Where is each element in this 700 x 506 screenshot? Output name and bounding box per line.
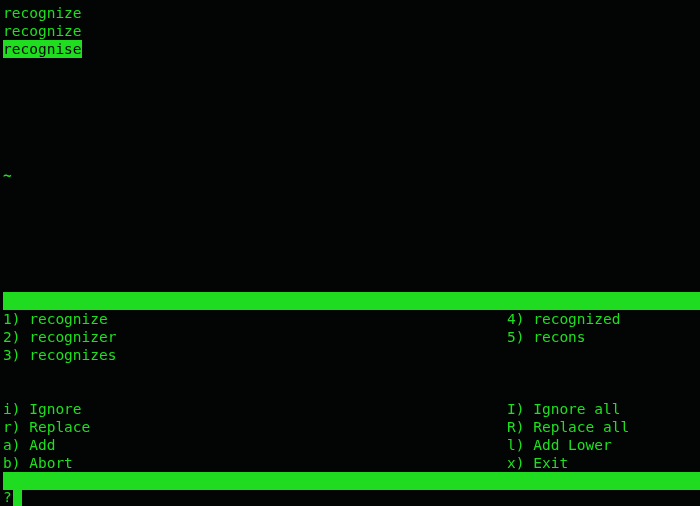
command-add[interactable]: a) Add [3, 436, 507, 454]
suggestions-menu: 1) recognize 4) recognized 2) recognizer… [3, 310, 700, 364]
command-abort[interactable]: b) Abort [3, 454, 507, 472]
terminal-screen: recognize recognize recognise ~ 1) recog… [0, 0, 700, 506]
suggestion-item[interactable]: 2) recognizer [3, 328, 507, 346]
command-add-lower[interactable]: l) Add Lower [507, 436, 700, 454]
suggestion-item[interactable]: 3) recognizes [3, 346, 507, 364]
empty-line-tilde: ~ [3, 166, 12, 184]
separator-bar [3, 472, 700, 490]
command-replace[interactable]: r) Replace [3, 418, 507, 436]
commands-menu: i) Ignore I) Ignore all r) Replace R) Re… [3, 400, 700, 472]
suggestion-item[interactable]: 4) recognized [507, 310, 700, 328]
command-exit[interactable]: x) Exit [507, 454, 700, 472]
command-replace-all[interactable]: R) Replace all [507, 418, 700, 436]
prompt-symbol: ? [3, 488, 12, 506]
buffer-word: recognize [3, 4, 82, 22]
command-ignore[interactable]: i) Ignore [3, 400, 507, 418]
buffer-word: recognize [3, 22, 82, 40]
command-ignore-all[interactable]: I) Ignore all [507, 400, 700, 418]
prompt-line[interactable]: ? [3, 488, 22, 506]
separator-bar [3, 292, 700, 310]
suggestion-item[interactable]: 1) recognize [3, 310, 507, 328]
text-cursor [13, 489, 22, 506]
suggestion-item[interactable]: 5) recons [507, 328, 700, 346]
misspelled-word: recognise [3, 40, 82, 58]
editor-buffer: recognize recognize recognise [3, 4, 82, 58]
